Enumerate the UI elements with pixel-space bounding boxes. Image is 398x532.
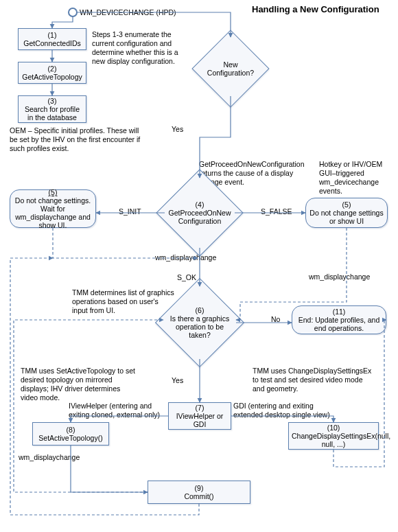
node-num: (3) — [21, 97, 83, 105]
node-set-active-topology: (8) SetActiveTopology() — [32, 422, 109, 446]
node-label: Do not change settings. Wait for wm_disp… — [13, 196, 93, 229]
ann-set-active: TMM uses SetActiveTopology to set desire… — [21, 367, 137, 403]
decision-label: New Configuration? — [203, 60, 258, 77]
node-label: SetActiveTopology() — [36, 434, 106, 442]
decision-label: (6)Is there a graphics operation to be t… — [168, 306, 231, 339]
node-num: (7) — [172, 404, 228, 412]
edge-s-false: S_FALSE — [261, 207, 292, 216]
node-label: IViewHelper or GDI — [172, 412, 228, 428]
node-num: (1) — [21, 31, 83, 39]
node-get-connected-ids: (1) GetConnectedIDs — [18, 28, 86, 50]
decision-get-proceed: (4)GetProceedOnNew Configuration — [169, 182, 231, 244]
node-get-active-topology: (2) GetActiveTopology — [18, 62, 86, 84]
ann-iviewhelper: IViewHelper (entering and exiting cloned… — [69, 402, 161, 419]
ann-gdi: GDI (entering and exiting extended deskt… — [233, 402, 336, 419]
node-label: GetActiveTopology — [21, 73, 83, 81]
decision-label: (4)GetProceedOnNew Configuration — [168, 200, 231, 225]
node-ivh-or-gdi: (7) IViewHelper or GDI — [168, 402, 231, 430]
edge-s-ok: S_OK — [177, 273, 196, 281]
node-end: (11) End: Update profiles, and end opera… — [292, 305, 386, 334]
node-no-ui: (5) Do not change settings or show UI — [305, 198, 388, 228]
node-num: (8) — [36, 426, 106, 434]
ann-oem: OEM – Specific initial profiles. These w… — [10, 126, 147, 153]
svg-point-0 — [69, 8, 77, 16]
page-title: Handling a New Configuration — [252, 4, 379, 14]
node-num: (9) — [151, 484, 247, 492]
decision-new-config: New Configuration? — [203, 41, 258, 96]
edge-yes-1: Yes — [172, 125, 183, 133]
node-num: (2) — [21, 65, 83, 73]
node-label: End: Update profiles, and end operations… — [295, 316, 383, 332]
decision-graphics-op: (6)Is there a graphics operation to be t… — [168, 291, 231, 354]
node-label: GetConnectedIDs — [21, 39, 83, 47]
node-num: (5) — [309, 200, 384, 209]
start-label: WM_DEVICECHANGE (HPD) — [80, 8, 176, 17]
edge-no: No — [271, 315, 280, 323]
node-num: (5) — [13, 188, 93, 196]
edge-wm-right: wm_displaychange — [309, 273, 370, 281]
node-label: Do not change settings or show UI — [309, 209, 384, 225]
node-label: ChangeDisplaySettingsEx(null, null, ...) — [292, 432, 375, 448]
ann-hotkey: Hotkey or IHV/OEM GUI–triggered wm_devic… — [319, 160, 391, 196]
edge-wm-left: wm_displaychange — [19, 453, 80, 461]
node-wait-wmdisplay: (5) Do not change settings. Wait for wm_… — [10, 189, 96, 228]
ann-enum: Steps 1-3 enumerate the current configur… — [92, 30, 181, 67]
ann-tmm-ui: TMM determines list of graphics operatio… — [72, 288, 175, 315]
edge-yes-2: Yes — [172, 376, 183, 384]
node-num: (10) — [292, 424, 375, 432]
node-label: Commit() — [151, 492, 247, 500]
node-num: (11) — [295, 308, 383, 316]
node-search-profile: (3) Search for profile in the database — [18, 95, 86, 123]
node-commit: (9) Commit() — [148, 481, 250, 504]
ann-cds: TMM uses ChangeDisplaySettingsEx to test… — [253, 367, 373, 393]
edge-s-init: S_INIT — [119, 207, 141, 216]
node-change-display-settings: (10) ChangeDisplaySettingsEx(null, null,… — [288, 422, 379, 450]
edge-wm-center: wm_displaychange — [155, 253, 216, 262]
node-label: Search for profile in the database — [21, 105, 83, 122]
